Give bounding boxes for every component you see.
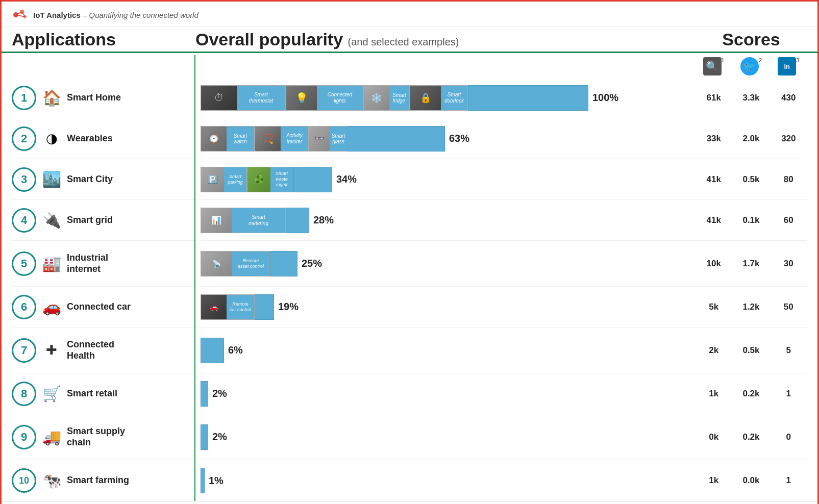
connected-car-icon: 🚗 xyxy=(41,298,62,316)
popularity-row: 2% xyxy=(201,414,695,460)
twitter-score: 1.2k xyxy=(736,302,766,312)
bar-segment: ❄️ Smartfridge xyxy=(363,85,410,111)
app-name: Smart grid xyxy=(67,215,113,226)
smart-farming-icon: 🐄 xyxy=(41,472,62,490)
app-name: Smart Home xyxy=(67,92,121,104)
app-name: Connected car xyxy=(67,301,131,313)
google-score: 33k xyxy=(699,134,729,144)
scores-row: 41k 0.5k 80 xyxy=(695,159,807,200)
home-icon: 🏠 xyxy=(41,89,62,107)
twitter-score: 0.2k xyxy=(736,389,766,399)
scores-row: 61k 3.3k 430 xyxy=(695,78,807,118)
percentage-label: 25% xyxy=(302,258,322,269)
scores-row: 2k 0.5k 5 xyxy=(695,327,807,373)
bar-fill xyxy=(293,167,332,192)
rank-badge: 4 xyxy=(12,208,36,233)
twitter-score: 0.1k xyxy=(736,215,766,225)
rank-badge: 5 xyxy=(12,251,36,276)
bar-fill xyxy=(348,126,445,152)
bar-segment: 📡 Remoteasset control xyxy=(201,251,270,276)
linkedin-score: 1 xyxy=(773,475,804,486)
applications-header: Applications xyxy=(12,30,195,52)
rank-badge: 9 xyxy=(12,425,36,449)
scores-row: 1k 0.2k 1 xyxy=(695,373,807,414)
list-item: 10 🐄 Smart farming xyxy=(12,460,194,501)
list-item: 5 🏭 Industrialinternet xyxy=(12,241,194,287)
rank-badge: 3 xyxy=(12,167,36,192)
app-name: Smart supplychain xyxy=(67,426,125,448)
bar-fill xyxy=(201,338,224,363)
twitter-score: 0.0k xyxy=(736,475,766,486)
percentage-label: 100% xyxy=(592,92,618,104)
google-score: 1k xyxy=(699,475,729,486)
twitter-score: 3.3k xyxy=(736,93,766,103)
bar-segment: 🔒 Smartdoorlock xyxy=(410,85,468,111)
scores-row: 5k 1.2k 50 xyxy=(695,287,807,327)
linkedin-score: 320 xyxy=(773,134,804,144)
scores-row: 1k 0.0k 1 xyxy=(695,460,807,501)
bar-segment: 📊 Smartmetering xyxy=(201,208,286,233)
list-item: 4 🔌 Smart grid xyxy=(12,200,194,241)
percentage-label: 6% xyxy=(228,344,243,356)
twitter-score: 0.5k xyxy=(736,174,766,185)
rank-badge: 2 xyxy=(12,127,36,151)
score-col-linkedin: in 3 xyxy=(778,57,799,75)
bar-fill xyxy=(201,424,208,450)
list-item: 2 ◑ Wearables xyxy=(12,118,194,159)
rank-badge: 6 xyxy=(12,295,36,319)
twitter-score: 2.0k xyxy=(736,134,766,144)
twitter-score: 0.5k xyxy=(736,345,766,356)
applications-column: 1 🏠 Smart Home 2 ◑ Wearables 3 🏙️ Smart … xyxy=(12,78,195,501)
branding-header: IoT Analytics – Quantifying the connecte… xyxy=(2,2,817,27)
linkedin-score: 80 xyxy=(773,174,804,185)
industrial-icon: 🏭 xyxy=(41,255,62,272)
popularity-row: 6% xyxy=(201,327,695,373)
list-item: 8 🛒 Smart retail xyxy=(12,373,194,414)
app-name: Smart farming xyxy=(67,475,129,486)
app-name: Smart retail xyxy=(67,388,117,399)
google-score: 1k xyxy=(699,389,729,399)
footnote: 1. Monthly worldwide Google searches for… xyxy=(2,501,817,504)
list-item: 1 🏠 Smart Home xyxy=(12,78,194,118)
percentage-label: 2% xyxy=(212,388,227,399)
scores-row: 0k 0.2k 0 xyxy=(695,414,807,460)
bar-segment: ⌚ Smartwatch xyxy=(201,126,255,152)
list-item: 6 🚗 Connected car xyxy=(12,287,194,327)
popularity-sub: (and selected examples) xyxy=(348,36,459,47)
rank-badge: 7 xyxy=(12,338,36,363)
bar-segment: ♻️ Smart wastemgmt xyxy=(247,167,293,192)
percentage-label: 28% xyxy=(313,214,334,226)
percentage-label: 19% xyxy=(278,301,299,313)
linkedin-score: 50 xyxy=(773,302,804,312)
app-name: Smart City xyxy=(67,174,113,185)
popularity-row: ⏱ Smartthermostat 💡 Connectedlights xyxy=(201,78,695,118)
smart-grid-icon: 🔌 xyxy=(41,211,62,229)
scores-row: 33k 2.0k 320 xyxy=(695,118,807,159)
rank-badge: 1 xyxy=(12,86,36,110)
rank-badge: 8 xyxy=(12,382,36,406)
bar-segment: 🚗 Remotecar control xyxy=(201,294,255,320)
google-score: 10k xyxy=(699,259,729,269)
data-rows: 1 🏠 Smart Home 2 ◑ Wearables 3 🏙️ Smart … xyxy=(2,78,817,501)
popularity-row: 🚗 Remotecar control 19% xyxy=(201,287,695,327)
popularity-row: 1% xyxy=(201,460,695,501)
app-name: Wearables xyxy=(67,133,113,144)
smart-city-icon: 🏙️ xyxy=(41,170,62,188)
scores-header: Scores xyxy=(695,30,807,52)
bar-fill xyxy=(255,294,274,320)
google-score: 41k xyxy=(699,174,729,185)
percentage-label: 2% xyxy=(212,431,227,443)
supply-chain-icon: 🚚 xyxy=(41,428,62,446)
google-score: 0k xyxy=(699,432,729,442)
percentage-label: 1% xyxy=(209,475,224,487)
list-item: 7 ✚ ConnectedHealth xyxy=(12,327,194,373)
scores-column: 61k 3.3k 430 33k 2.0k 320 41k 0.5k 80 41… xyxy=(695,78,807,501)
percentage-label: 34% xyxy=(336,173,357,185)
linkedin-score: 5 xyxy=(773,345,804,356)
scores-row: 10k 1.7k 30 xyxy=(695,241,807,287)
linkedin-score: 60 xyxy=(773,215,804,225)
popularity-row: 2% xyxy=(201,373,695,414)
scores-row: 41k 0.1k 60 xyxy=(695,200,807,241)
bar-segment: 💡 Connectedlights xyxy=(286,85,363,111)
google-score: 5k xyxy=(699,302,729,312)
